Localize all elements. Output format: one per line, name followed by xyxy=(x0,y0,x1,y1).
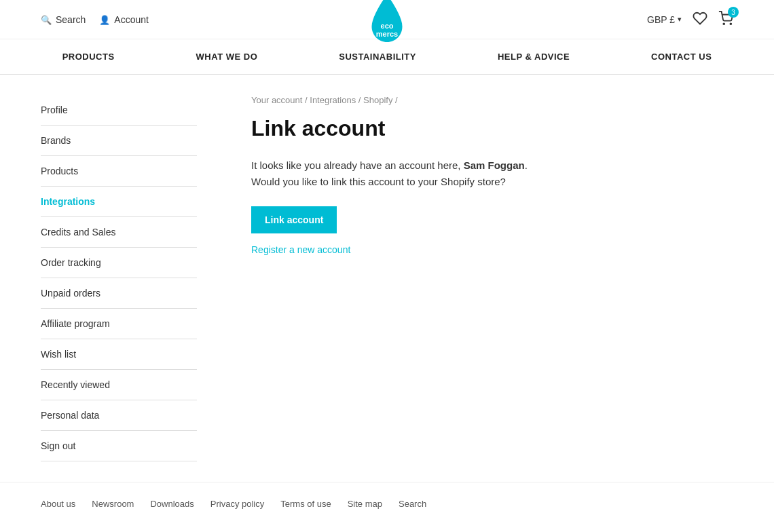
account-label: Account xyxy=(114,14,149,25)
sidebar: Profile Brands Products Integrations Cre… xyxy=(41,95,197,461)
footer-bottom: Apple Pay G Pay VISA MC M Powered by str… xyxy=(0,525,774,532)
cart-badge: 3 xyxy=(728,7,739,18)
search-label: Search xyxy=(56,14,86,25)
breadcrumb-shopify[interactable]: Shopify xyxy=(363,95,392,105)
sidebar-link-personal-data[interactable]: Personal data xyxy=(41,400,197,430)
sidebar-item-recently-viewed[interactable]: Recently viewed xyxy=(41,370,197,400)
main-content: Your account / Integrations / Shopify / … xyxy=(251,95,733,461)
user-name: Sam Foggan xyxy=(464,159,525,171)
sidebar-link-products[interactable]: Products xyxy=(41,156,197,186)
footer: About us Newsroom Downloads Privacy poli… xyxy=(0,482,774,532)
account-link[interactable]: Account xyxy=(99,14,149,25)
register-new-account-link[interactable]: Register a new account xyxy=(251,244,733,255)
svg-text:eco: eco xyxy=(381,22,394,30)
breadcrumb: Your account / Integrations / Shopify / xyxy=(251,95,733,105)
cart-icon[interactable]: 3 xyxy=(718,11,733,28)
top-bar-left: Search Account xyxy=(41,14,149,25)
sidebar-item-order-tracking[interactable]: Order tracking xyxy=(41,248,197,278)
sidebar-item-integrations[interactable]: Integrations xyxy=(41,187,197,217)
sidebar-link-credits-sales[interactable]: Credits and Sales xyxy=(41,217,197,247)
sidebar-item-brands[interactable]: Brands xyxy=(41,126,197,156)
description-before: It looks like you already have an accoun… xyxy=(251,159,464,171)
sidebar-link-wish-list[interactable]: Wish list xyxy=(41,339,197,369)
nav-item-help-advice[interactable]: HELP & ADVICE xyxy=(457,39,610,74)
wishlist-icon[interactable] xyxy=(693,11,707,28)
footer-link-search[interactable]: Search xyxy=(399,499,426,509)
breadcrumb-separator-2: / xyxy=(358,95,363,105)
svg-text:mercs: mercs xyxy=(376,30,398,38)
footer-link-about-us[interactable]: About us xyxy=(41,499,75,509)
brand-logo[interactable]: eco mercs xyxy=(365,0,409,45)
footer-links: About us Newsroom Downloads Privacy poli… xyxy=(0,482,774,525)
sidebar-link-order-tracking[interactable]: Order tracking xyxy=(41,248,197,278)
sidebar-link-profile[interactable]: Profile xyxy=(41,95,197,125)
breadcrumb-your-account[interactable]: Your account xyxy=(251,95,302,105)
currency-selector[interactable]: GBP £ xyxy=(647,14,682,25)
sidebar-item-personal-data[interactable]: Personal data xyxy=(41,400,197,431)
page-title: Link account xyxy=(251,116,733,141)
footer-link-site-map[interactable]: Site map xyxy=(348,499,382,509)
sidebar-link-sign-out[interactable]: Sign out xyxy=(41,431,197,461)
nav-item-products[interactable]: PRODUCTS xyxy=(22,39,155,74)
link-account-button[interactable]: Link account xyxy=(251,206,337,233)
breadcrumb-integrations[interactable]: Integrations xyxy=(310,95,356,105)
sidebar-item-wish-list[interactable]: Wish list xyxy=(41,339,197,370)
nav-item-what-we-do[interactable]: WHAT WE DO xyxy=(155,39,299,74)
svg-point-2 xyxy=(723,23,724,24)
account-icon xyxy=(99,14,110,25)
sidebar-item-profile[interactable]: Profile xyxy=(41,95,197,126)
sidebar-link-affiliate-program[interactable]: Affiliate program xyxy=(41,309,197,339)
sidebar-link-recently-viewed[interactable]: Recently viewed xyxy=(41,370,197,400)
search-icon xyxy=(41,14,52,25)
sidebar-item-affiliate-program[interactable]: Affiliate program xyxy=(41,309,197,339)
footer-link-privacy-policy[interactable]: Privacy policy xyxy=(210,499,264,509)
nav-link-help-advice[interactable]: HELP & ADVICE xyxy=(457,39,610,74)
description-text: It looks like you already have an accoun… xyxy=(251,157,733,190)
footer-link-downloads[interactable]: Downloads xyxy=(150,499,194,509)
top-bar: Search Account eco mercs GBP £ 3 xyxy=(0,0,774,39)
search-link[interactable]: Search xyxy=(41,14,86,25)
footer-link-terms-of-use[interactable]: Terms of use xyxy=(280,499,331,509)
breadcrumb-end: / xyxy=(395,95,398,105)
top-bar-right: GBP £ 3 xyxy=(647,11,733,28)
nav-link-products[interactable]: PRODUCTS xyxy=(22,39,155,74)
sidebar-item-sign-out[interactable]: Sign out xyxy=(41,431,197,461)
sidebar-link-unpaid-orders[interactable]: Unpaid orders xyxy=(41,278,197,308)
sidebar-item-unpaid-orders[interactable]: Unpaid orders xyxy=(41,278,197,309)
sidebar-item-products[interactable]: Products xyxy=(41,156,197,187)
sidebar-link-brands[interactable]: Brands xyxy=(41,126,197,155)
currency-label: GBP £ xyxy=(647,14,675,25)
nav-item-contact-us[interactable]: CONTACT US xyxy=(610,39,752,74)
nav-link-contact-us[interactable]: CONTACT US xyxy=(610,39,752,74)
footer-link-newsroom[interactable]: Newsroom xyxy=(92,499,134,509)
sidebar-link-integrations[interactable]: Integrations xyxy=(41,187,197,216)
logo-area: eco mercs xyxy=(365,0,409,48)
svg-point-3 xyxy=(730,23,731,24)
nav-link-what-we-do[interactable]: WHAT WE DO xyxy=(155,39,299,74)
content-area: Profile Brands Products Integrations Cre… xyxy=(0,75,774,482)
sidebar-item-credits-sales[interactable]: Credits and Sales xyxy=(41,217,197,248)
